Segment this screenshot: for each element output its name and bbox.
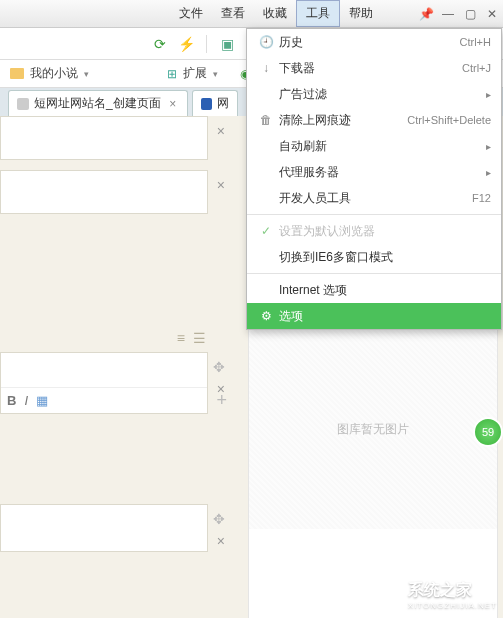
extensions-icon[interactable]: ⊞ [167, 67, 177, 81]
add-block-icon[interactable]: + [216, 390, 227, 411]
submenu-arrow-icon: ▸ [486, 89, 491, 100]
site-icon [17, 98, 29, 110]
menu-internet-options[interactable]: Internet 选项 [247, 277, 501, 303]
download-icon: ↓ [257, 61, 275, 75]
menu-downloads[interactable]: ↓ 下载器 Ctrl+J [247, 55, 501, 81]
menu-label: 切换到IE6多窗口模式 [275, 249, 491, 266]
menu-separator [247, 214, 501, 215]
menu-history[interactable]: 🕘 历史 Ctrl+H [247, 29, 501, 55]
tab-title: 短网址网站名_创建页面 [34, 95, 161, 112]
shortcut: F12 [472, 192, 491, 204]
separator [206, 35, 207, 53]
menu-label: 历史 [275, 34, 460, 51]
move-icon[interactable]: ✥ [213, 359, 225, 375]
trash-icon: 🗑 [257, 113, 275, 127]
menu-separator [247, 273, 501, 274]
bookmark-folder[interactable]: 我的小说 [30, 65, 78, 82]
menu-proxy[interactable]: 代理服务器 ▸ [247, 159, 501, 185]
menu-label: 广告过滤 [275, 86, 486, 103]
site-icon [201, 98, 212, 110]
ordered-list-icon[interactable]: ≡ [177, 330, 185, 346]
menu-help[interactable]: 帮助 [340, 0, 382, 27]
minimize-button[interactable]: — [437, 7, 459, 21]
menu-file[interactable]: 文件 [170, 0, 212, 27]
menu-ie6-mode[interactable]: 切换到IE6多窗口模式 [247, 244, 501, 270]
screenshot-icon[interactable]: ▣ [217, 34, 237, 54]
italic-button[interactable]: I [24, 393, 28, 408]
maximize-button[interactable]: ▢ [459, 7, 481, 21]
bolt-icon[interactable]: ⚡ [176, 34, 196, 54]
menu-devtools[interactable]: 开发人员工具 F12 [247, 185, 501, 211]
check-icon: ✓ [257, 224, 275, 238]
menu-autorefresh[interactable]: 自动刷新 ▸ [247, 133, 501, 159]
close-window-button[interactable]: ✕ [481, 7, 503, 21]
editor-block[interactable]: × [0, 170, 208, 214]
unordered-list-icon[interactable]: ☰ [193, 330, 206, 346]
watermark-url: XITONGZHIJIA.NET [408, 601, 497, 610]
tab[interactable]: 网 [192, 90, 238, 116]
menu-adblock[interactable]: 广告过滤 ▸ [247, 81, 501, 107]
menubar: 文件 查看 收藏 工具 帮助 📌 — ▢ ✕ [0, 0, 503, 28]
folder-icon [10, 68, 24, 79]
editor-block[interactable]: ✥ × [0, 504, 208, 552]
shortcut: Ctrl+J [462, 62, 491, 74]
submenu-arrow-icon: ▸ [486, 167, 491, 178]
extensions-label[interactable]: 扩展 [183, 65, 207, 82]
refresh-icon[interactable]: ⟳ [150, 34, 170, 54]
menu-label: Internet 选项 [275, 282, 491, 299]
list-style-toolbar: ≡ ☰ [0, 324, 232, 352]
menu-favorites[interactable]: 收藏 [254, 0, 296, 27]
tab-title: 网 [217, 95, 229, 112]
gallery-panel: 图库暂无图片 59 [248, 300, 498, 618]
editor-pane: × × ≡ ☰ ✥ × B I ▦ + ✥ × [0, 116, 232, 618]
editor-block[interactable]: × [0, 116, 208, 160]
menu-label: 代理服务器 [275, 164, 486, 181]
dropdown-arrow-icon[interactable]: ▾ [213, 69, 218, 79]
submenu-arrow-icon: ▸ [486, 141, 491, 152]
menu-label: 设置为默认浏览器 [275, 223, 491, 240]
watermark-title: 系统之家 [408, 580, 497, 601]
menu-options[interactable]: ⚙ 选项 [247, 303, 501, 329]
block-close-icon[interactable]: × [217, 123, 225, 139]
tools-menu: 🕘 历史 Ctrl+H ↓ 下载器 Ctrl+J 广告过滤 ▸ 🗑 清除上网痕迹… [246, 28, 502, 330]
menu-label: 选项 [275, 308, 491, 325]
editor-block[interactable]: ✥ × B I ▦ + [0, 352, 208, 414]
menu-clear-data[interactable]: 🗑 清除上网痕迹 Ctrl+Shift+Delete [247, 107, 501, 133]
menu-label: 清除上网痕迹 [275, 112, 407, 129]
block-close-icon[interactable]: × [217, 177, 225, 193]
menu-label: 自动刷新 [275, 138, 486, 155]
format-toolbar: B I ▦ + [1, 387, 207, 413]
menu-tools[interactable]: 工具 [296, 0, 340, 27]
watermark: 系统之家 XITONGZHIJIA.NET [364, 578, 497, 612]
shortcut: Ctrl+H [460, 36, 491, 48]
menu-label: 下载器 [275, 60, 462, 77]
menu-label: 开发人员工具 [275, 190, 472, 207]
gear-icon: ⚙ [257, 309, 275, 323]
move-icon[interactable]: ✥ [213, 511, 225, 527]
block-close-icon[interactable]: × [217, 533, 225, 549]
score-badge[interactable]: 59 [473, 417, 503, 447]
tab-close-icon[interactable]: × [167, 97, 179, 111]
dropdown-arrow-icon[interactable]: ▾ [84, 69, 89, 79]
shortcut: Ctrl+Shift+Delete [407, 114, 491, 126]
menu-set-default: ✓ 设置为默认浏览器 [247, 218, 501, 244]
pin-button[interactable]: 📌 [415, 7, 437, 21]
menu-view[interactable]: 查看 [212, 0, 254, 27]
bold-button[interactable]: B [7, 393, 16, 408]
tab[interactable]: 短网址网站名_创建页面 × [8, 90, 188, 116]
image-button[interactable]: ▦ [36, 393, 48, 408]
house-icon [364, 578, 402, 612]
gallery-placeholder: 图库暂无图片 [249, 329, 497, 529]
clock-icon: 🕘 [257, 35, 275, 49]
